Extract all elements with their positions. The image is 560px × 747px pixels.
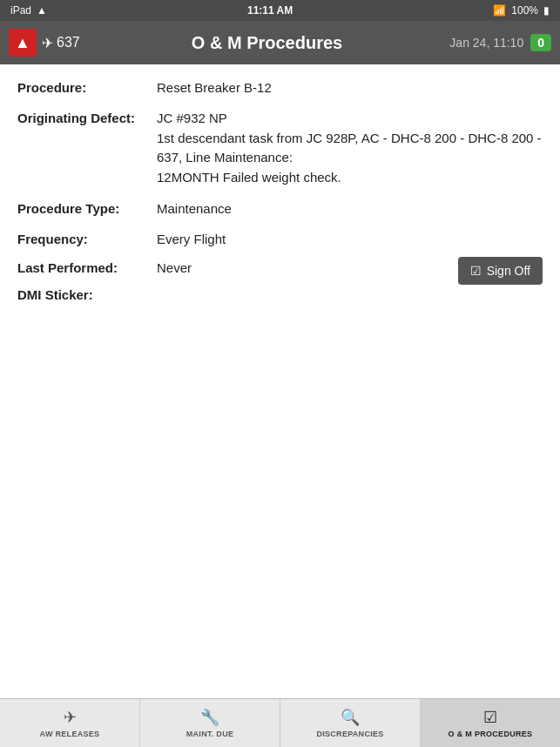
frequency-row: Frequency: Every Flight (17, 230, 543, 248)
originating-defect-line2: 1st descendant task from JC 928P, AC - D… (157, 131, 542, 165)
page-title: O & M Procedures (113, 33, 421, 53)
app-logo[interactable]: ▲ (9, 29, 37, 57)
sign-off-icon: ☑ (470, 264, 482, 278)
logo-icon: ▲ (15, 34, 30, 52)
nav-date-time: Jan 24, 11:10 (449, 36, 523, 50)
sign-off-label: Sign Off (487, 264, 530, 278)
om-procedures-label: O & M PROCEDURES (449, 730, 533, 738)
discrepancies-icon: 🔍 (341, 708, 360, 727)
originating-defect-line3: 12MONTH Failed weight check. (157, 170, 341, 185)
discrepancies-label: DISCREPANCIES (316, 730, 383, 738)
tab-aw-releases[interactable]: ✈ AW RELEASES (0, 699, 140, 747)
flight-number: 637 (57, 35, 80, 50)
main-content: Procedure: Reset Breaker B-12 Originatin… (0, 64, 560, 698)
tab-maint-due[interactable]: 🔧 MAINT. DUE (140, 699, 280, 747)
nav-badge-count: 0 (530, 34, 551, 51)
status-bar-time: 11:11 AM (247, 4, 293, 17)
procedure-row: Procedure: Reset Breaker B-12 (17, 78, 543, 97)
procedure-label: Procedure: (17, 78, 157, 97)
dmi-sticker-row: DMI Sticker: (17, 287, 543, 302)
originating-defect-line1: JC #932 NP (157, 111, 227, 125)
sign-off-button[interactable]: ☑ Sign Off (458, 257, 543, 285)
procedure-type-label: Procedure Type: (17, 199, 157, 218)
aw-releases-icon: ✈ (64, 708, 77, 727)
procedure-type-row: Procedure Type: Maintenance (17, 199, 543, 218)
nav-left: ▲ ✈ 637 (9, 29, 113, 57)
battery-percentage: 100% (511, 4, 538, 17)
battery-icon: ▮ (543, 4, 550, 17)
flight-info: ✈ 637 (42, 35, 80, 51)
frequency-value: Every Flight (157, 230, 543, 248)
wifi-icon: ▲ (37, 4, 47, 17)
flight-icon: ✈ (42, 35, 53, 51)
last-performed-label: Last Performed: (17, 260, 157, 275)
om-procedures-icon: ☑ (483, 708, 497, 727)
bluetooth-icon: 📶 (493, 4, 506, 17)
procedure-type-value: Maintenance (157, 199, 543, 218)
status-bar-left: iPad ▲ (10, 4, 47, 17)
aw-releases-label: AW RELEASES (40, 730, 100, 738)
maint-due-label: MAINT. DUE (186, 730, 234, 738)
tab-bar: ✈ AW RELEASES 🔧 MAINT. DUE 🔍 DISCREPANCI… (0, 698, 560, 747)
dmi-sticker-label: DMI Sticker: (17, 287, 157, 302)
originating-defect-content: JC #932 NP 1st descendant task from JC 9… (157, 109, 543, 187)
device-label: iPad (10, 4, 31, 17)
procedure-value: Reset Breaker B-12 (157, 78, 543, 97)
last-performed-row: Last Performed: Never ☑ Sign Off (17, 260, 543, 275)
tab-discrepancies[interactable]: 🔍 DISCREPANCIES (280, 699, 421, 747)
status-bar: iPad ▲ 11:11 AM 📶 100% ▮ (0, 0, 560, 21)
nav-right: Jan 24, 11:10 0 (421, 34, 551, 51)
originating-defect-row: Originating Defect: JC #932 NP 1st desce… (17, 109, 543, 187)
nav-bar: ▲ ✈ 637 O & M Procedures Jan 24, 11:10 0 (0, 21, 560, 64)
frequency-label: Frequency: (17, 230, 157, 248)
status-bar-right: 📶 100% ▮ (493, 4, 550, 17)
originating-defect-label: Originating Defect: (17, 109, 157, 129)
tab-om-procedures[interactable]: ☑ O & M PROCEDURES (421, 699, 560, 747)
maint-due-icon: 🔧 (200, 708, 219, 727)
